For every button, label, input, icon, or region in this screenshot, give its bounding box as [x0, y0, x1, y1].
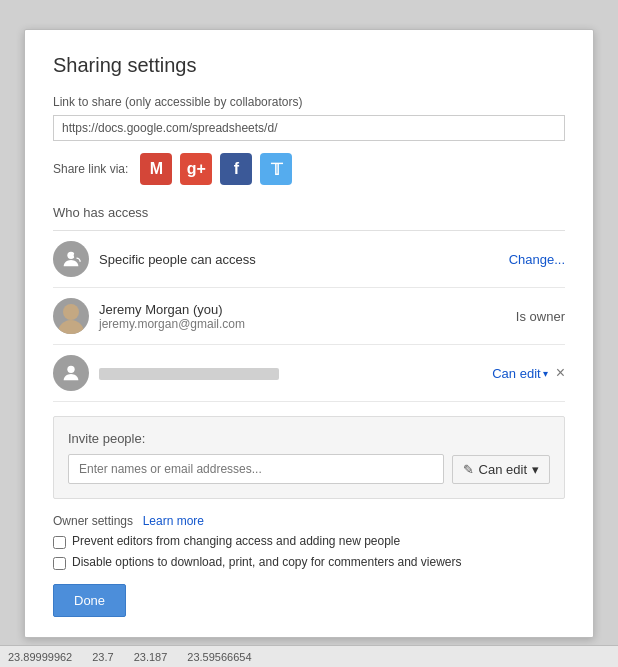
svg-point-2 — [67, 366, 74, 373]
invite-section: Invite people: ✎ Can edit ▾ — [53, 416, 565, 499]
can-edit-dropdown[interactable]: Can edit ▾ — [492, 366, 547, 381]
dialog-title: Sharing settings — [53, 54, 565, 77]
status-bar: 23.89999962 23.7 23.187 23.59566654 — [0, 645, 618, 667]
gplus-icon[interactable]: g+ — [180, 153, 212, 185]
invite-perm-caret: ▾ — [532, 462, 539, 477]
redacted-avatar — [53, 355, 89, 391]
invite-input[interactable] — [68, 454, 444, 484]
owner-settings-title: Owner settings — [53, 514, 133, 528]
share-via-row: Share link via: M g+ f 𝕋 — [53, 153, 565, 185]
jeremy-email: jeremy.morgan@gmail.com — [99, 317, 508, 331]
jeremy-role: Is owner — [516, 309, 565, 324]
invite-perm-label: Can edit — [479, 462, 527, 477]
access-row-general: Specific people can access Change... — [53, 231, 565, 288]
access-row-jeremy: Jeremy Morgan (you) jeremy.morgan@gmail.… — [53, 288, 565, 345]
change-access-link[interactable]: Change... — [509, 252, 565, 267]
link-label: Link to share (only accessible by collab… — [53, 95, 565, 109]
checkbox-row-2: Disable options to download, print, and … — [53, 555, 565, 570]
redacted-info — [99, 366, 492, 381]
share-via-label: Share link via: — [53, 162, 128, 176]
pencil-icon: ✎ — [463, 462, 474, 477]
redacted-name — [99, 368, 279, 380]
checkbox-row-1: Prevent editors from changing access and… — [53, 534, 565, 549]
svg-point-1 — [74, 253, 80, 259]
coord-2: 23.7 — [92, 651, 113, 663]
disable-download-label: Disable options to download, print, and … — [72, 555, 462, 569]
invite-row: ✎ Can edit ▾ — [68, 454, 550, 484]
access-table: Specific people can access Change... Jer… — [53, 230, 565, 402]
link-input[interactable] — [53, 115, 565, 141]
can-edit-caret: ▾ — [543, 368, 548, 379]
jeremy-info: Jeremy Morgan (you) jeremy.morgan@gmail.… — [99, 302, 508, 331]
coord-4: 23.59566654 — [187, 651, 251, 663]
jeremy-name: Jeremy Morgan (you) — [99, 302, 508, 317]
remove-user-button[interactable]: × — [556, 365, 565, 381]
twitter-icon[interactable]: 𝕋 — [260, 153, 292, 185]
prevent-editors-checkbox[interactable] — [53, 536, 66, 549]
general-access-description: Specific people can access — [99, 252, 256, 267]
done-button[interactable]: Done — [53, 584, 126, 617]
disable-download-checkbox[interactable] — [53, 557, 66, 570]
coord-3: 23.187 — [134, 651, 168, 663]
invite-permission-button[interactable]: ✎ Can edit ▾ — [452, 455, 550, 484]
prevent-editors-label: Prevent editors from changing access and… — [72, 534, 400, 548]
general-access-icon — [53, 241, 89, 277]
jeremy-avatar — [53, 298, 89, 334]
svg-point-0 — [67, 252, 74, 259]
who-has-access-label: Who has access — [53, 205, 565, 220]
learn-more-link[interactable]: Learn more — [143, 514, 204, 528]
gmail-icon[interactable]: M — [140, 153, 172, 185]
access-row-redacted: Can edit ▾ × — [53, 345, 565, 402]
can-edit-label: Can edit — [492, 366, 540, 381]
sharing-settings-dialog: Sharing settings Link to share (only acc… — [24, 29, 594, 638]
facebook-icon[interactable]: f — [220, 153, 252, 185]
owner-settings: Owner settings Learn more Prevent editor… — [53, 513, 565, 570]
general-access-info: Specific people can access — [99, 252, 509, 267]
coord-1: 23.89999962 — [8, 651, 72, 663]
invite-label: Invite people: — [68, 431, 550, 446]
